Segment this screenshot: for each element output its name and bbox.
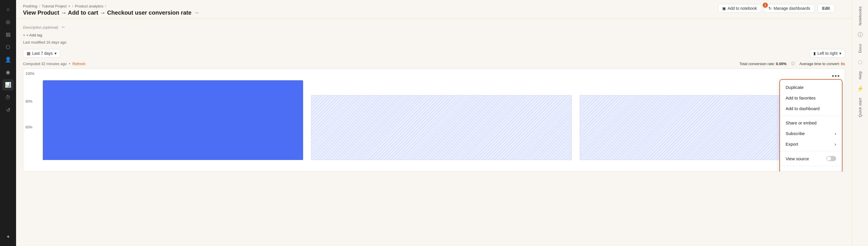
breadcrumb-posthog[interactable]: PostHog	[23, 4, 37, 8]
add-tag-label: + Add tag	[26, 33, 42, 37]
description-edit-button[interactable]: ✏	[61, 24, 66, 30]
title-edit-button[interactable]: ✏	[194, 10, 200, 16]
chart-area: 100% 80% 60% •••	[23, 69, 845, 172]
conversion-rate-label: Total conversion rate: 0.00%	[739, 62, 786, 66]
sidebar-icon-quick-start[interactable]: ⚡	[855, 83, 865, 94]
menu-item-delete[interactable]: Delete insight	[780, 168, 842, 172]
computed-text: Computed 32 minutes ago	[23, 62, 67, 66]
bar-hatched-2	[311, 95, 571, 160]
add-tag-button[interactable]: + + Add tag	[23, 33, 42, 37]
conversion-rate-value: 0.00%	[776, 62, 786, 66]
menu-item-add-favorites[interactable]: Add to favorites	[780, 93, 842, 103]
breadcrumb-tutorial-project[interactable]: Tutorial Project	[42, 4, 67, 8]
edit-button[interactable]: Edit	[817, 4, 835, 12]
menu-item-share-embed[interactable]: Share or embed	[780, 117, 842, 128]
manage-dashboards-label: Manage dashboards	[774, 6, 810, 11]
chart-bars	[28, 73, 840, 167]
computed-left: Computed 32 minutes ago • Refresh	[23, 62, 86, 66]
add-favorites-label: Add to favorites	[786, 96, 815, 100]
notebook-icon: ▣	[722, 6, 726, 11]
plus-icon: +	[23, 33, 25, 37]
delete-label: Delete insight	[786, 171, 812, 172]
sidebar-icon-info[interactable]: ⓘ	[855, 30, 865, 40]
layout-label: Left to right	[817, 51, 838, 56]
chevron-down-icon-2: ▾	[839, 51, 841, 56]
main-content: ▣ Add to notebook 1 ↻ Manage dashboards …	[16, 0, 852, 246]
breadcrumb-arrow-icon: ▾	[68, 4, 70, 8]
export-label: Export	[786, 142, 798, 146]
menu-item-export[interactable]: Export ›	[780, 139, 842, 149]
breadcrumb-sep-1: /	[39, 4, 40, 8]
view-source-toggle[interactable]	[826, 156, 836, 161]
refresh-link[interactable]: Refresh	[72, 62, 86, 66]
filters-row: ▦ Last 7 days ▾ ▮ Left to right ▾	[23, 49, 845, 58]
sidebar-wifi[interactable]: ◉	[2, 67, 14, 78]
view-source-label: View source	[786, 156, 809, 161]
left-sidebar: ⌂ ◎ ▤ ⬡ 👤 ◉ 📊 ⏱ ↺ ✦	[0, 0, 16, 246]
sidebar-item-quick-start[interactable]: Quick start	[856, 95, 864, 120]
subscribe-label: Subscribe	[786, 131, 805, 136]
breadcrumb-sep-2: /	[72, 4, 73, 8]
conversion-stats: Total conversion rate: 0.00% ⓘ Average t…	[739, 61, 845, 66]
breadcrumb-product-analytics[interactable]: Product analytics	[75, 4, 103, 8]
sidebar-settings[interactable]: ✦	[2, 231, 14, 243]
sidebar-update[interactable]: ↺	[2, 104, 14, 116]
date-range-button[interactable]: ▦ Last 7 days ▾	[23, 49, 60, 58]
y-label-100: 100%	[26, 72, 34, 76]
menu-item-view-source[interactable]: View source	[780, 153, 842, 164]
add-tag-row: + + Add tag	[23, 33, 845, 37]
menu-item-duplicate[interactable]: Duplicate	[780, 82, 842, 93]
content-area: Description (optional) ✏ + + Add tag Las…	[16, 19, 852, 246]
breadcrumb-sep-3: /	[105, 4, 106, 8]
refresh-circle-icon: ↻	[768, 6, 772, 11]
sidebar-clock[interactable]: ⏱	[2, 92, 14, 103]
description-placeholder: Description (optional)	[23, 25, 58, 30]
dot-separator: •	[69, 62, 70, 66]
chevron-right-icon: ›	[835, 131, 836, 136]
bar-group-1	[43, 73, 303, 160]
manage-dashboards-button[interactable]: 1 ↻ Manage dashboards	[764, 4, 815, 12]
layout-button[interactable]: ▮ Left to right ▾	[810, 49, 845, 58]
duplicate-label: Duplicate	[786, 85, 804, 90]
add-dashboard-label: Add to dashboard	[786, 106, 819, 111]
bar-solid-1	[43, 80, 303, 160]
last-modified: Last modified 16 days ago	[23, 40, 845, 44]
dropdown-menu: Duplicate Add to favorites Add to dashbo…	[779, 79, 842, 172]
sidebar-database[interactable]: ⬡	[2, 41, 14, 53]
sidebar-chart[interactable]: 📊	[2, 79, 14, 91]
avg-time-value: 0s	[841, 62, 845, 66]
y-label-80: 80%	[26, 100, 32, 104]
page-title-text: View Product → Add to cart → Checkout us…	[23, 9, 191, 16]
divider-3	[780, 166, 842, 166]
avg-time-label: Average time to convert: 0s	[799, 62, 845, 66]
menu-item-add-dashboard[interactable]: Add to dashboard	[780, 103, 842, 114]
edit-label: Edit	[823, 6, 830, 11]
computed-row: Computed 32 minutes ago • Refresh Total …	[23, 61, 845, 66]
sidebar-users[interactable]: 👤	[2, 54, 14, 65]
bar-chart-icon: ▮	[813, 51, 816, 56]
export-chevron-right-icon: ›	[835, 142, 836, 146]
bar-group-2	[311, 73, 571, 160]
y-label-60: 60%	[26, 125, 32, 129]
sidebar-item-help[interactable]: Help	[856, 68, 864, 82]
menu-item-subscribe[interactable]: Subscribe ›	[780, 128, 842, 139]
sidebar-item-docs[interactable]: Docs	[856, 41, 864, 56]
info-icon: ⓘ	[791, 61, 795, 66]
right-sidebar: Notebooks ⓘ Docs ◌ Help ⚡ Quick start	[852, 0, 868, 246]
sidebar-icon-help-circle[interactable]: ◌	[855, 57, 865, 67]
divider-1	[780, 115, 842, 116]
description-row: Description (optional) ✏	[23, 24, 845, 30]
sidebar-item-notebooks[interactable]: Notebooks	[856, 3, 864, 28]
sidebar-home[interactable]: ⌂	[2, 3, 14, 15]
chevron-down-icon: ▾	[55, 51, 57, 56]
manage-dashboards-badge: 1	[763, 3, 768, 8]
sidebar-notes[interactable]: ▤	[2, 29, 14, 40]
share-embed-label: Share or embed	[786, 120, 817, 125]
toggle-knob	[827, 156, 831, 161]
divider-2	[780, 151, 842, 151]
header-toolbar: ▣ Add to notebook 1 ↻ Manage dashboards …	[718, 4, 835, 12]
date-range-label: Last 7 days	[32, 51, 53, 56]
sidebar-activity[interactable]: ◎	[2, 16, 14, 28]
calendar-icon: ▦	[27, 51, 30, 56]
add-to-notebook-button[interactable]: ▣ Add to notebook	[718, 4, 761, 12]
